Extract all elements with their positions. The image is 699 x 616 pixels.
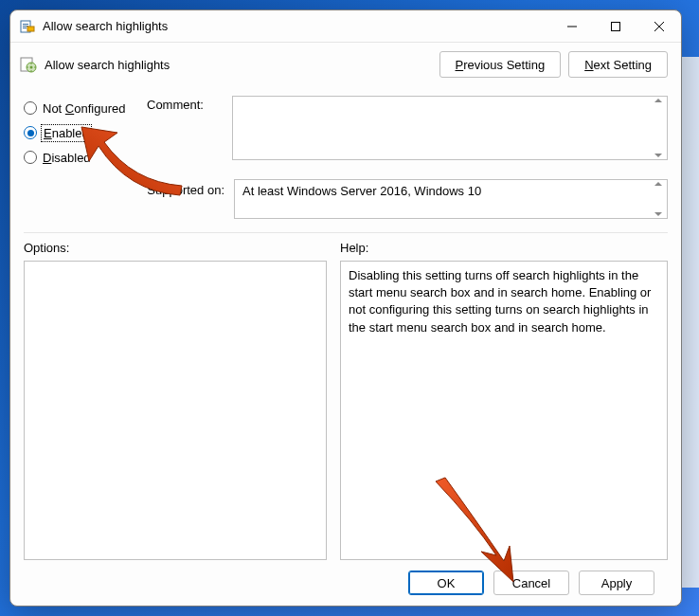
titlebar: Allow search highlights (10, 10, 681, 43)
scroll-down-icon (654, 212, 662, 216)
next-setting-button[interactable]: Next Setting (568, 51, 668, 78)
ok-button[interactable]: OK (408, 571, 484, 595)
header-bar: Allow search highlights Previous Setting… (10, 43, 681, 86)
comment-textarea[interactable] (232, 96, 668, 160)
minimize-button[interactable] (550, 10, 594, 43)
maximize-button[interactable] (594, 10, 637, 43)
svg-rect-3 (23, 27, 27, 28)
scrollbar[interactable] (652, 182, 665, 216)
radio-not-configured[interactable]: Not Configured (24, 96, 147, 120)
comment-label: Comment: (147, 96, 223, 170)
state-radio-group: Not Configured Enabled Disabled (24, 96, 147, 170)
previous-setting-button[interactable]: Previous Setting (439, 51, 562, 78)
radio-icon (24, 126, 37, 139)
radio-disabled[interactable]: Disabled (24, 145, 147, 170)
policy-icon (20, 19, 35, 34)
close-button[interactable] (637, 10, 681, 43)
radio-icon (24, 101, 37, 115)
footer-buttons: OK Cancel Apply (24, 560, 668, 606)
options-label: Options: (24, 241, 327, 255)
apply-button[interactable]: Apply (579, 571, 654, 595)
radio-enabled[interactable]: Enabled (24, 120, 147, 145)
policy-editor-window: Allow search highlights Allow search hig… (9, 9, 682, 607)
scroll-down-icon (654, 154, 662, 157)
radio-icon (24, 151, 37, 164)
svg-point-11 (30, 66, 33, 69)
svg-rect-6 (612, 22, 620, 30)
supported-on-value: At least Windows Server 2016, Windows 10 (242, 184, 481, 198)
help-label: Help: (340, 241, 668, 255)
help-text: Disabling this setting turns off search … (340, 261, 668, 560)
svg-rect-1 (23, 24, 28, 25)
cancel-button[interactable]: Cancel (493, 571, 569, 595)
window-title: Allow search highlights (43, 19, 550, 33)
scrollbar[interactable] (652, 99, 665, 157)
supported-on-field: At least Windows Server 2016, Windows 10 (234, 179, 668, 219)
svg-rect-4 (27, 27, 34, 31)
options-panel (24, 261, 327, 560)
policy-name: Allow search highlights (45, 58, 432, 72)
supported-on-label: Supported on: (147, 179, 234, 219)
scroll-up-icon (654, 182, 662, 186)
settings-page-icon (20, 56, 37, 73)
scroll-up-icon (654, 99, 662, 102)
